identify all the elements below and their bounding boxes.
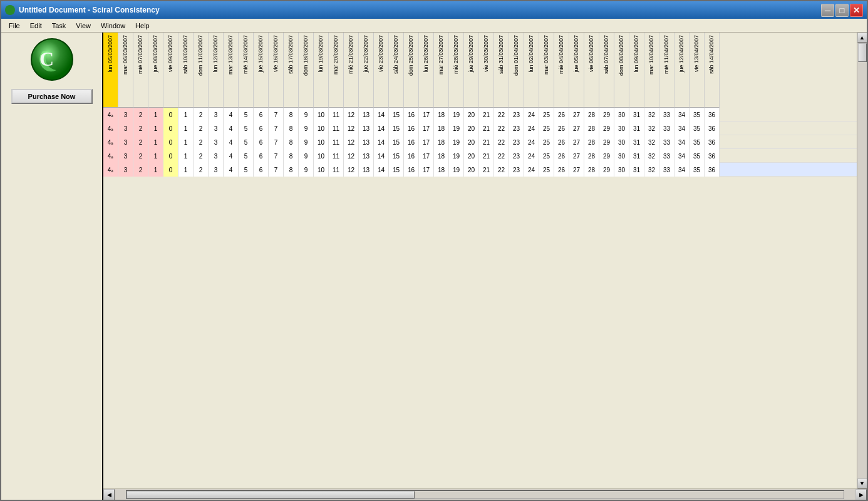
date-text-7: lun 12/03/2007 (212, 35, 219, 73)
menu-item-task[interactable]: Task (47, 21, 71, 31)
data-cell: 2 (133, 149, 148, 163)
data-cell: 12 (344, 163, 359, 177)
data-cell: 20 (464, 108, 479, 121)
data-cell: 12 (344, 149, 359, 163)
data-cell: 24 (524, 108, 539, 121)
h-scrollbar-thumb[interactable] (127, 491, 415, 498)
data-cell: 15 (389, 121, 404, 135)
data-cell: 13 (359, 149, 374, 163)
data-cell: 2 (194, 135, 209, 149)
table-row[interactable]: 4ₐ32101234567891011121314151617181920212… (103, 163, 857, 177)
data-cell: 27 (569, 121, 584, 135)
close-button[interactable]: ✕ (850, 4, 863, 17)
data-cell: 3 (209, 121, 224, 135)
data-cell: 16 (404, 135, 419, 149)
date-header-11: vie 16/03/2007 (269, 33, 284, 108)
data-cell: 33 (659, 108, 674, 121)
data-cell: 10 (314, 108, 329, 121)
data-cell: 25 (539, 121, 554, 135)
maximize-button[interactable]: □ (835, 4, 849, 17)
table-row[interactable]: 4ₐ32101234567891011121314151617181920212… (103, 108, 857, 121)
data-cell: 1 (148, 135, 163, 149)
date-header-30: mié 04/04/2007 (554, 33, 569, 108)
purchase-now-button[interactable]: Purchase Now (11, 89, 93, 104)
data-cell: 6 (254, 135, 269, 149)
data-cell: 2 (194, 163, 209, 177)
scroll-track[interactable] (857, 43, 867, 478)
data-cell: 23 (509, 108, 524, 121)
data-cell: 2 (133, 121, 148, 135)
date-text-14: lun 19/03/2007 (318, 35, 324, 73)
scroll-thumb[interactable] (858, 43, 867, 62)
data-cell: 36 (705, 108, 720, 121)
date-header-35: lun 09/04/2007 (629, 33, 644, 108)
svg-text:C: C (39, 48, 54, 70)
scroll-down-button[interactable]: ▼ (857, 478, 867, 488)
data-cell: 0 (163, 135, 178, 149)
data-cell: 12 (344, 108, 359, 121)
date-header-31: jue 05/04/2007 (569, 33, 584, 108)
data-cell: 7 (269, 108, 284, 121)
data-cell: 13 (359, 121, 374, 135)
scroll-up-button[interactable]: ▲ (857, 33, 867, 43)
data-cell: 2 (133, 108, 148, 121)
scroll-left-button[interactable]: ◀ (103, 489, 115, 500)
scroll-right-button[interactable]: ▶ (855, 489, 867, 500)
table-row[interactable]: 4ₐ32101234567891011121314151617181920212… (103, 121, 857, 135)
data-cell: 27 (569, 163, 584, 177)
date-header-17: jue 22/03/2007 (359, 33, 374, 108)
data-cell: 3 (118, 121, 133, 135)
minimize-button[interactable]: ─ (821, 4, 834, 17)
data-cell: 9 (299, 163, 314, 177)
data-cell: 2 (133, 163, 148, 177)
date-text-8: mar 13/03/2007 (227, 35, 234, 75)
data-cell: 31 (629, 149, 644, 163)
menu-item-file[interactable]: File (4, 21, 25, 31)
data-cell: 21 (479, 149, 494, 163)
date-text-36: mar 10/04/2007 (648, 35, 655, 75)
menu-item-help[interactable]: Help (130, 21, 155, 31)
table-row[interactable]: 4ₐ32101234567891011121314151617181920212… (103, 135, 857, 149)
data-cell: 32 (644, 108, 659, 121)
data-cell: 10 (314, 121, 329, 135)
data-cell: 16 (404, 163, 419, 177)
data-cell: 6 (254, 149, 269, 163)
table-row[interactable]: 4ₐ32101234567891011121314151617181920212… (103, 149, 857, 163)
horizontal-scrollbar-area: ◀ ▶ (103, 488, 867, 500)
data-cell: 4 (224, 163, 239, 177)
data-cell: 28 (584, 149, 599, 163)
data-cell: 21 (479, 121, 494, 135)
data-cell: 3 (209, 163, 224, 177)
content-area: C Purchase Now lun 05/03/2007mar 06/03/2… (1, 33, 867, 500)
date-header-29: mar 03/04/2007 (539, 33, 554, 108)
date-text-27: dom 01/04/2007 (513, 35, 520, 76)
date-header-0: lun 05/03/2007 (103, 33, 118, 108)
data-cell: 14 (374, 163, 389, 177)
data-cell: 16 (404, 121, 419, 135)
data-cell: 26 (554, 163, 569, 177)
data-cell: 1 (148, 149, 163, 163)
data-cell: 3 (118, 108, 133, 121)
data-cell: 10 (314, 163, 329, 177)
date-text-29: mar 03/04/2007 (543, 35, 550, 75)
data-cell: 11 (329, 163, 344, 177)
data-cell: 8 (284, 135, 299, 149)
app-logo: C (30, 38, 74, 81)
menu-item-view[interactable]: View (71, 21, 96, 31)
data-cell: 28 (584, 121, 599, 135)
data-cell: 20 (464, 163, 479, 177)
data-cell: 23 (509, 121, 524, 135)
data-cell: 27 (569, 108, 584, 121)
data-cell: 7 (269, 149, 284, 163)
menu-item-edit[interactable]: Edit (25, 21, 47, 31)
data-cell: 33 (659, 149, 674, 163)
data-cell: 33 (659, 163, 674, 177)
date-text-18: vie 23/03/2007 (378, 35, 385, 72)
data-cell: 36 (705, 163, 720, 177)
data-cell: 17 (419, 149, 434, 163)
data-cell: 32 (644, 163, 659, 177)
grid-area[interactable]: lun 05/03/2007mar 06/03/2007mié 07/03/20… (103, 33, 857, 488)
date-header-34: dom 08/04/2007 (614, 33, 629, 108)
menu-item-window[interactable]: Window (96, 21, 130, 31)
h-scrollbar-track[interactable] (126, 490, 844, 499)
